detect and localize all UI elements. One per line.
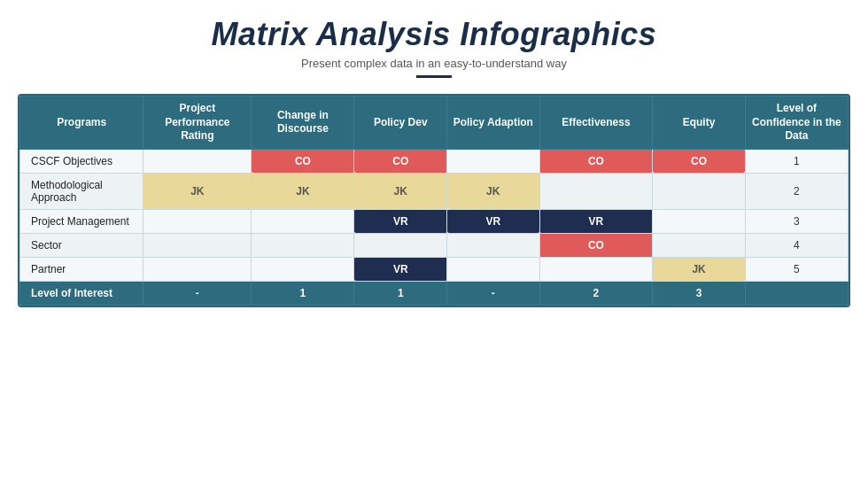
cell-lcd: 2 xyxy=(745,173,848,209)
table-row: Project Management VR VR VR 3 xyxy=(20,209,849,233)
cell-pd xyxy=(354,233,447,257)
cell-lcd: 5 xyxy=(745,257,848,281)
cell-ppr: JK xyxy=(143,173,252,209)
cell-lcd: 4 xyxy=(745,233,848,257)
matrix-table: Programs Project Performance Rating Chan… xyxy=(19,96,849,306)
table-footer: Level of Interest - 1 1 - 2 3 xyxy=(20,281,849,305)
cell-cid xyxy=(252,209,354,233)
cell-pa xyxy=(447,233,540,257)
cell-pd: VR xyxy=(354,257,447,281)
cell-ppr xyxy=(143,209,252,233)
cell-lcd: 3 xyxy=(745,209,848,233)
cell-eq: CO xyxy=(653,149,746,173)
col-header-eq: Equity xyxy=(653,97,746,150)
cell-ppr xyxy=(143,233,252,257)
cell-pd: JK xyxy=(354,173,447,209)
cell-eff: CO xyxy=(539,233,653,257)
cell-cid: CO xyxy=(252,149,354,173)
cell-pd: VR xyxy=(354,209,447,233)
footer-eff: 2 xyxy=(539,281,653,305)
cell-eq xyxy=(653,173,746,209)
table-header: Programs Project Performance Rating Chan… xyxy=(20,97,849,150)
page-subtitle: Present complex data in an easy-to-under… xyxy=(0,57,868,70)
cell-eq xyxy=(653,233,746,257)
cell-pd: CO xyxy=(354,149,447,173)
cell-cid: JK xyxy=(252,173,354,209)
cell-ppr xyxy=(143,149,252,173)
cell-cid xyxy=(252,257,354,281)
cell-eff: CO xyxy=(539,149,653,173)
cell-lcd: 1 xyxy=(745,149,848,173)
cell-pa: JK xyxy=(447,173,540,209)
footer-label: Level of Interest xyxy=(20,281,143,305)
col-header-ppr: Project Performance Rating xyxy=(143,97,252,150)
table-row: Methodological Approach JK JK JK JK 2 xyxy=(20,173,849,209)
footer-ppr: - xyxy=(143,281,252,305)
footer-eq: 3 xyxy=(653,281,746,305)
table-body: CSCF Objectives CO CO CO CO 1 Methodolog… xyxy=(20,149,849,281)
col-header-eff: Effectiveness xyxy=(539,97,653,150)
table-row: Sector CO 4 xyxy=(20,233,849,257)
col-header-lcd: Level of Confidence in the Data xyxy=(745,97,848,150)
header-row: Programs Project Performance Rating Chan… xyxy=(20,97,849,150)
cell-programs: Partner xyxy=(20,257,143,281)
footer-pd: 1 xyxy=(354,281,447,305)
cell-programs: Project Management xyxy=(20,209,143,233)
col-header-pd: Policy Dev xyxy=(354,97,447,150)
footer-row: Level of Interest - 1 1 - 2 3 xyxy=(20,281,849,305)
footer-pa: - xyxy=(447,281,540,305)
cell-programs: Methodological Approach xyxy=(20,173,143,209)
cell-programs: CSCF Objectives xyxy=(20,149,143,173)
cell-eq: JK xyxy=(653,257,746,281)
page-header: Matrix Analysis Infographics Present com… xyxy=(0,0,868,94)
cell-eff xyxy=(539,173,653,209)
cell-eff xyxy=(539,257,653,281)
col-header-pa: Policy Adaption xyxy=(447,97,540,150)
cell-ppr xyxy=(143,257,252,281)
cell-pa xyxy=(447,257,540,281)
col-header-cid: Change in Discourse xyxy=(252,97,354,150)
col-header-programs: Programs xyxy=(20,97,143,150)
page-title: Matrix Analysis Infographics xyxy=(0,16,868,53)
cell-pa: VR xyxy=(447,209,540,233)
cell-eq xyxy=(653,209,746,233)
matrix-table-wrapper: Programs Project Performance Rating Chan… xyxy=(18,94,850,307)
table-row: CSCF Objectives CO CO CO CO 1 xyxy=(20,149,849,173)
divider xyxy=(416,75,452,78)
footer-cid: 1 xyxy=(252,281,354,305)
cell-eff: VR xyxy=(539,209,653,233)
cell-cid xyxy=(252,233,354,257)
footer-lcd xyxy=(745,281,848,305)
cell-pa xyxy=(447,149,540,173)
table-row: Partner VR JK 5 xyxy=(20,257,849,281)
cell-programs: Sector xyxy=(20,233,143,257)
